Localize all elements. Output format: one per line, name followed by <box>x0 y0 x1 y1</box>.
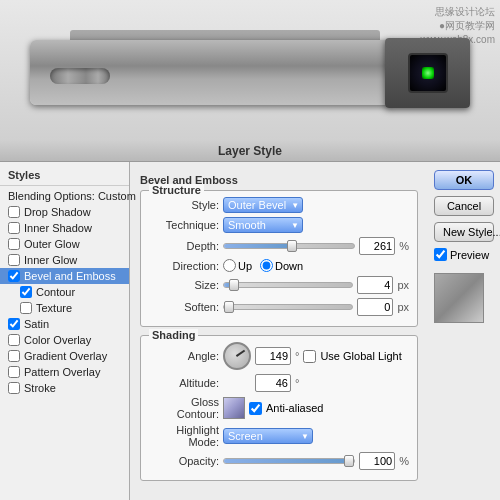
angle-label: Angle: <box>149 350 219 362</box>
sidebar-item-inner-glow[interactable]: Inner Glow <box>0 252 129 268</box>
outer-glow-checkbox[interactable] <box>8 238 20 250</box>
highlight-mode-select[interactable]: Screen <box>223 428 313 444</box>
sidebar-item-drop-shadow[interactable]: Drop Shadow <box>0 204 129 220</box>
pattern-overlay-checkbox[interactable] <box>8 366 20 378</box>
style-select[interactable]: Outer Bevel <box>223 197 303 213</box>
opacity-input[interactable] <box>359 452 395 470</box>
altitude-input[interactable] <box>255 374 291 392</box>
sidebar-item-gradient-overlay[interactable]: Gradient Overlay <box>0 348 129 364</box>
soften-unit: px <box>397 301 409 313</box>
direction-up-label: Up <box>238 260 252 272</box>
color-overlay-label: Color Overlay <box>24 334 91 346</box>
angle-dial[interactable] <box>223 342 251 370</box>
technique-label: Technique: <box>149 219 219 231</box>
texture-checkbox[interactable] <box>20 302 32 314</box>
color-overlay-checkbox[interactable] <box>8 334 20 346</box>
inner-shadow-checkbox[interactable] <box>8 222 20 234</box>
soften-input[interactable] <box>357 298 393 316</box>
drop-shadow-label: Drop Shadow <box>24 206 91 218</box>
ok-button[interactable]: OK <box>434 170 494 190</box>
anti-aliased-label: Anti-aliased <box>266 402 323 414</box>
structure-section: Structure Style: Outer Bevel Technique: … <box>140 190 418 327</box>
contour-checkbox[interactable] <box>20 286 32 298</box>
direction-up-radio[interactable] <box>223 259 236 272</box>
inner-shadow-label: Inner Shadow <box>24 222 92 234</box>
gradient-overlay-label: Gradient Overlay <box>24 350 107 362</box>
style-label: Style: <box>149 199 219 211</box>
gloss-contour-label: Gloss Contour: <box>149 396 219 420</box>
depth-slider[interactable] <box>223 243 355 249</box>
dialog-titlebar: Layer Style <box>0 140 500 162</box>
size-slider[interactable] <box>223 282 353 288</box>
size-input[interactable] <box>357 276 393 294</box>
preview-checkbox[interactable] <box>434 248 447 261</box>
inner-glow-checkbox[interactable] <box>8 254 20 266</box>
sidebar-item-outer-glow[interactable]: Outer Glow <box>0 236 129 252</box>
layer-style-dialog: Layer Style Styles Blending Options: Cus… <box>0 140 500 500</box>
sidebar-item-satin[interactable]: Satin <box>0 316 129 332</box>
satin-checkbox[interactable] <box>8 318 20 330</box>
angle-unit: ° <box>295 350 299 362</box>
altitude-label: Altitude: <box>149 377 219 389</box>
soften-slider[interactable] <box>223 304 353 310</box>
soften-row: Soften: px <box>149 298 409 316</box>
style-row: Style: Outer Bevel <box>149 197 409 213</box>
depth-row: Depth: % <box>149 237 409 255</box>
sidebar-item-inner-shadow[interactable]: Inner Shadow <box>0 220 129 236</box>
global-light-checkbox[interactable] <box>303 350 316 363</box>
gloss-contour-row: Gloss Contour: Anti-aliased <box>149 396 409 420</box>
direction-down-item[interactable]: Down <box>260 259 303 272</box>
new-style-button[interactable]: New Style... <box>434 222 494 242</box>
direction-down-radio[interactable] <box>260 259 273 272</box>
shading-section: Shading Angle: ° Use Global Light Altitu… <box>140 335 418 481</box>
highlight-mode-row: Highlight Mode: Screen <box>149 424 409 448</box>
cancel-button[interactable]: Cancel <box>434 196 494 216</box>
soften-label: Soften: <box>149 301 219 313</box>
size-label: Size: <box>149 279 219 291</box>
gloss-contour-swatch[interactable] <box>223 397 245 419</box>
opacity-unit: % <box>399 455 409 467</box>
sidebar-item-bevel-emboss[interactable]: Bevel and Emboss <box>0 268 129 284</box>
bevel-emboss-label: Bevel and Emboss <box>24 270 116 282</box>
anti-aliased-checkbox[interactable] <box>249 402 262 415</box>
opacity-row: Opacity: % <box>149 452 409 470</box>
bevel-emboss-checkbox[interactable] <box>8 270 20 282</box>
opacity-label: Opacity: <box>149 455 219 467</box>
depth-label: Depth: <box>149 240 219 252</box>
highlight-mode-label: Highlight Mode: <box>149 424 219 448</box>
direction-up-item[interactable]: Up <box>223 259 252 272</box>
depth-unit: % <box>399 240 409 252</box>
sidebar-item-texture[interactable]: Texture <box>0 300 129 316</box>
dialog-title: Layer Style <box>218 144 282 158</box>
outer-glow-label: Outer Glow <box>24 238 80 250</box>
sidebar-item-pattern-overlay[interactable]: Pattern Overlay <box>0 364 129 380</box>
inner-glow-label: Inner Glow <box>24 254 77 266</box>
preview-swatch <box>434 273 484 323</box>
pattern-overlay-label: Pattern Overlay <box>24 366 100 378</box>
stroke-checkbox[interactable] <box>8 382 20 394</box>
sidebar-item-contour[interactable]: Contour <box>0 284 129 300</box>
drop-shadow-checkbox[interactable] <box>8 206 20 218</box>
dialog-buttons: OK Cancel New Style... Preview <box>428 162 500 500</box>
satin-label: Satin <box>24 318 49 330</box>
altitude-row: Altitude: ° <box>149 374 409 392</box>
opacity-slider[interactable] <box>223 458 355 464</box>
sidebar-item-stroke[interactable]: Stroke <box>0 380 129 396</box>
sidebar-item-blending[interactable]: Blending Options: Custom <box>0 188 129 204</box>
size-unit: px <box>397 279 409 291</box>
gradient-overlay-checkbox[interactable] <box>8 350 20 362</box>
sidebar-item-color-overlay[interactable]: Color Overlay <box>0 332 129 348</box>
technique-select[interactable]: Smooth <box>223 217 303 233</box>
depth-input[interactable] <box>359 237 395 255</box>
direction-down-label: Down <box>275 260 303 272</box>
preview-container: Preview <box>434 248 494 261</box>
angle-row: Angle: ° Use Global Light <box>149 342 409 370</box>
technique-row: Technique: Smooth <box>149 217 409 233</box>
angle-input[interactable] <box>255 347 291 365</box>
global-light-label: Use Global Light <box>320 350 401 362</box>
sidebar-title: Styles <box>0 166 129 186</box>
preview-label: Preview <box>450 249 489 261</box>
blending-label: Blending Options: Custom <box>8 190 136 202</box>
altitude-unit: ° <box>295 377 299 389</box>
contour-label: Contour <box>36 286 75 298</box>
